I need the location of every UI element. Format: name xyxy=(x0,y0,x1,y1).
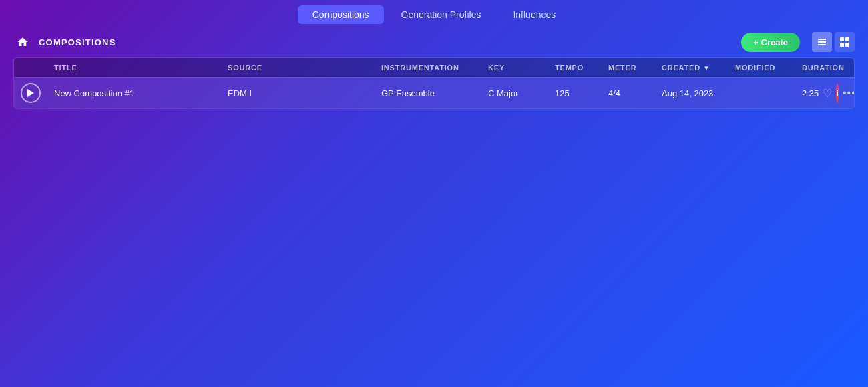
sort-arrow-created: ▼ xyxy=(703,64,710,72)
more-options-button[interactable]: ••• xyxy=(843,87,855,99)
info-icon: i xyxy=(836,88,839,98)
svg-marker-7 xyxy=(27,89,34,97)
row-created: Aug 14, 2023 xyxy=(662,88,735,98)
svg-rect-3 xyxy=(840,37,844,41)
compositions-table: TITLE SOURCE INSTRUMENTATION KEY TEMPO M… xyxy=(13,57,855,109)
row-actions: 2:35 ♡ i ••• xyxy=(802,84,842,102)
play-button-cell xyxy=(21,83,54,103)
create-button[interactable]: + Create xyxy=(741,33,800,52)
col-head-source[interactable]: SOURCE xyxy=(228,63,381,72)
list-view-button[interactable] xyxy=(812,32,832,52)
svg-rect-4 xyxy=(845,37,849,41)
col-head-meter[interactable]: METER xyxy=(608,63,662,72)
page-title: COMPOSITIONS xyxy=(39,37,116,47)
row-duration: 2:35 xyxy=(802,88,819,98)
svg-rect-6 xyxy=(845,43,849,47)
grid-view-button[interactable] xyxy=(835,32,855,52)
home-icon[interactable] xyxy=(13,33,32,51)
table-row: New Composition #1 EDM I GP Ensemble C M… xyxy=(14,77,854,108)
row-key: C Major xyxy=(488,88,555,98)
row-meter: 4/4 xyxy=(608,88,662,98)
col-head-tempo[interactable]: TEMPO xyxy=(555,63,608,72)
tab-compositions[interactable]: Compositions xyxy=(298,5,384,24)
play-icon xyxy=(27,89,34,97)
row-source: EDM I xyxy=(228,88,381,98)
tab-generation-profiles[interactable]: Generation Profiles xyxy=(387,5,496,24)
svg-rect-5 xyxy=(840,43,844,47)
row-tempo: 125 xyxy=(555,88,608,98)
page-header: COMPOSITIONS + Create xyxy=(0,28,868,57)
col-head-duration[interactable]: DURATION xyxy=(802,63,842,72)
grid-view-icon xyxy=(839,37,850,47)
view-toggle xyxy=(812,32,855,52)
list-view-icon xyxy=(817,37,827,47)
tab-influences[interactable]: Influences xyxy=(498,5,570,24)
col-head-created[interactable]: CREATED ▼ xyxy=(662,63,735,72)
col-head-title[interactable]: TITLE xyxy=(54,63,228,72)
row-instrumentation: GP Ensemble xyxy=(381,88,488,98)
table-header: TITLE SOURCE INSTRUMENTATION KEY TEMPO M… xyxy=(14,58,854,77)
favorite-icon[interactable]: ♡ xyxy=(823,87,832,100)
col-head-key[interactable]: KEY xyxy=(488,63,555,72)
col-head-modified[interactable]: MODIFIED xyxy=(735,63,802,72)
info-button[interactable]: i xyxy=(836,84,839,102)
play-button[interactable] xyxy=(21,83,41,103)
top-navigation: Compositions Generation Profiles Influen… xyxy=(0,0,868,28)
col-head-instrumentation[interactable]: INSTRUMENTATION xyxy=(381,63,488,72)
row-title: New Composition #1 xyxy=(54,88,228,98)
